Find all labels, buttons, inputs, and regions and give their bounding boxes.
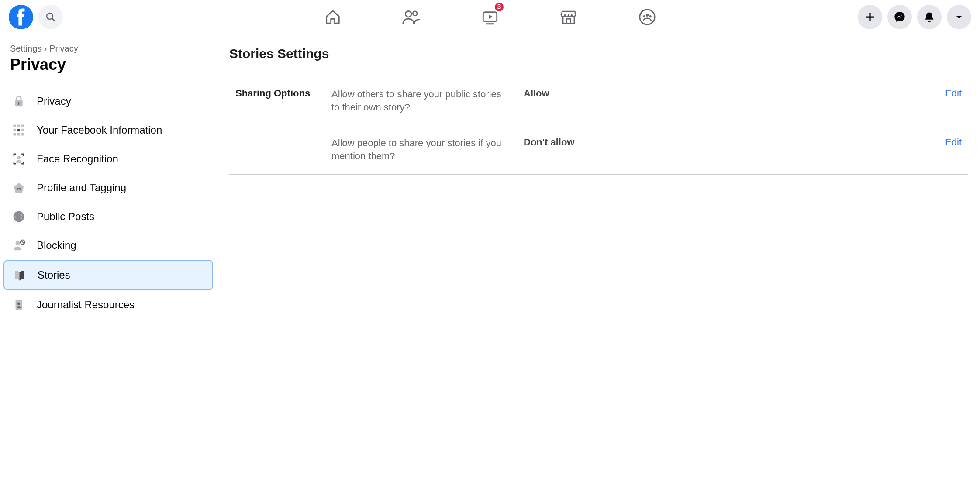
sidebar-item-profile-tagging[interactable]: Profile and Tagging [3, 173, 213, 202]
sidebar-item-your-info[interactable]: Your Facebook Information [3, 116, 213, 145]
svg-rect-16 [18, 103, 20, 105]
setting-row-share-mentions: Allow people to share your stories if yo… [229, 125, 968, 174]
section-label: Sharing Options [229, 88, 331, 114]
facebook-f-icon [9, 5, 33, 29]
header-right [858, 5, 971, 29]
block-user-icon [11, 238, 26, 253]
messenger-icon [894, 11, 906, 23]
svg-line-30 [21, 241, 24, 243]
notifications-button[interactable] [917, 5, 942, 29]
body: Settings › Privacy Privacy Privacy Your … [0, 34, 980, 496]
sidebar-item-label: Your Facebook Information [37, 124, 162, 136]
sidebar-item-label: Public Posts [37, 210, 94, 223]
messenger-button[interactable] [887, 5, 912, 29]
svg-point-4 [413, 11, 417, 15]
lock-icon [11, 94, 26, 109]
friends-icon [402, 8, 421, 26]
nav-friends[interactable] [398, 4, 424, 30]
edit-link[interactable]: Edit [945, 88, 968, 114]
svg-rect-18 [17, 125, 20, 127]
home-icon [324, 8, 342, 26]
bell-icon [923, 11, 935, 23]
grid-dot-icon [11, 123, 26, 138]
sidebar-item-label: Blocking [37, 239, 76, 251]
caret-down-icon [955, 13, 963, 21]
breadcrumb-sep: › [44, 44, 47, 53]
nav-home[interactable] [320, 4, 346, 30]
breadcrumb-root[interactable]: Settings [10, 44, 41, 53]
sidebar-item-face-recognition[interactable]: Face Recognition [3, 145, 213, 173]
sidebar-item-label: Privacy [37, 95, 71, 107]
setting-description: Allow others to share your public storie… [331, 88, 506, 114]
svg-point-21 [17, 129, 20, 131]
svg-point-32 [17, 302, 20, 305]
sidebar-item-stories[interactable]: Stories [3, 260, 213, 290]
svg-rect-24 [17, 133, 20, 135]
page-title: Privacy [3, 55, 213, 74]
header-nav: 3 [320, 4, 660, 30]
search-icon [45, 12, 56, 22]
svg-point-26 [17, 156, 21, 160]
sidebar: Settings › Privacy Privacy Privacy Your … [0, 34, 217, 496]
svg-point-11 [649, 15, 652, 17]
svg-rect-19 [21, 125, 24, 127]
top-header: 3 [0, 0, 980, 34]
setting-value: Allow [506, 88, 945, 114]
svg-rect-22 [21, 129, 24, 131]
sidebar-item-public-posts[interactable]: Public Posts [3, 202, 213, 231]
setting-row-share-public: Sharing Options Allow others to share yo… [229, 76, 968, 125]
create-button[interactable] [858, 5, 882, 29]
sidebar-item-blocking[interactable]: Blocking [3, 231, 213, 260]
book-icon [12, 268, 27, 282]
svg-point-3 [405, 11, 411, 17]
svg-line-2 [52, 18, 55, 21]
svg-rect-7 [567, 19, 571, 23]
breadcrumb: Settings › Privacy [3, 44, 213, 54]
id-badge-icon [11, 297, 26, 312]
section-label-empty [229, 137, 331, 162]
edit-link[interactable]: Edit [945, 137, 968, 162]
sidebar-item-label: Journalist Resources [37, 299, 135, 311]
tag-icon [11, 180, 26, 195]
marketplace-icon [560, 8, 577, 26]
sidebar-item-journalist[interactable]: Journalist Resources [3, 290, 213, 319]
svg-point-9 [646, 14, 649, 16]
setting-value: Don't allow [506, 137, 945, 162]
sidebar-item-label: Profile and Tagging [37, 182, 126, 194]
globe-icon [11, 209, 26, 224]
main-content: Stories Settings Sharing Options Allow o… [217, 34, 980, 496]
nav-marketplace[interactable] [556, 4, 582, 30]
setting-description: Allow people to share your stories if yo… [331, 137, 506, 162]
search-button[interactable] [38, 5, 63, 29]
sidebar-item-label: Stories [38, 269, 70, 281]
nav-groups[interactable] [634, 4, 660, 30]
groups-icon [638, 8, 656, 26]
header-left [9, 5, 63, 29]
svg-rect-23 [14, 133, 16, 135]
svg-point-10 [643, 15, 645, 17]
svg-rect-17 [14, 125, 16, 127]
nav-watch[interactable]: 3 [477, 4, 503, 30]
facebook-logo[interactable] [9, 5, 33, 29]
breadcrumb-current[interactable]: Privacy [49, 44, 78, 53]
svg-rect-25 [21, 133, 24, 135]
main-title: Stories Settings [229, 46, 968, 76]
face-scan-icon [11, 152, 26, 166]
svg-rect-20 [14, 129, 16, 131]
plus-icon [864, 11, 876, 23]
sidebar-item-privacy[interactable]: Privacy [3, 87, 213, 116]
account-button[interactable] [947, 5, 971, 29]
svg-point-28 [16, 241, 20, 245]
sidebar-item-label: Face Recognition [37, 153, 118, 165]
svg-point-8 [640, 9, 655, 24]
watch-badge: 3 [493, 1, 505, 13]
